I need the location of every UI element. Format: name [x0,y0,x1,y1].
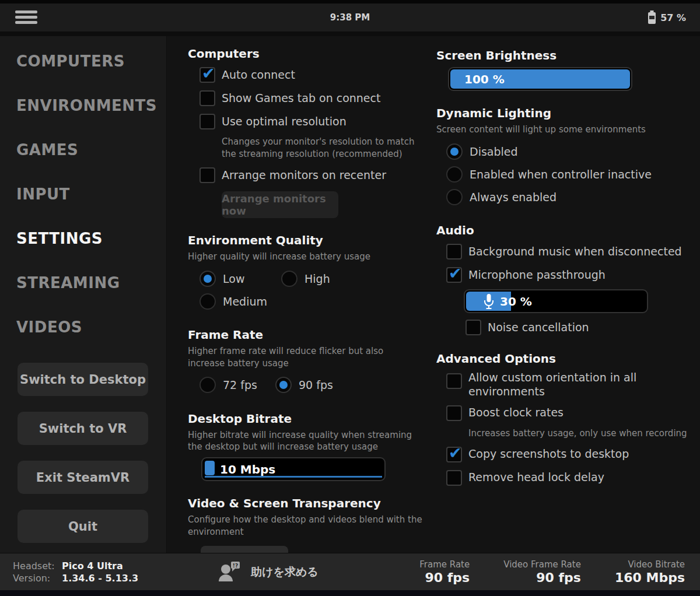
arrange-monitors-now-button[interactable]: Arrange monitors now [222,191,338,218]
checkmark-icon: ✔ [449,444,462,462]
fps-90-radio-row[interactable]: 90 fps [275,374,333,397]
custom-orientation-checkbox-row[interactable]: ✔ Allow custom orientation in all enviro… [446,371,700,399]
environment-quality-subtitle: Higher quality will increase battery usa… [188,251,424,262]
custom-orientation-label: Allow custom orientation in all environm… [468,371,643,399]
noise-cancellation-checkbox-row[interactable]: ✔ Noise cancellation [466,318,700,336]
remove-head-lock-label: Remove head lock delay [468,471,604,485]
main-layout: COMPUTERS ENVIRONMENTS GAMES INPUT SETTI… [0,36,700,553]
desktop-bitrate-slider[interactable]: 10 Mbps [201,457,386,481]
remove-head-lock-checkbox[interactable]: ✔ [446,470,462,486]
fps-90-radio[interactable] [275,377,292,393]
screen-brightness-slider[interactable]: 100 % [448,67,632,91]
frame-rate-stat: Frame Rate 90 fps [419,559,470,585]
frame-rate-title: Frame Rate [188,328,424,342]
sidebar-item-environments[interactable]: ENVIRONMENTS [16,97,166,114]
arrange-monitors-checkbox-row[interactable]: ✔ Arrange monitors on recenter [200,166,424,184]
quality-high-label: High [304,272,330,285]
custom-orientation-checkbox[interactable]: ✔ [446,373,462,389]
fps-72-label: 72 fps [223,378,257,391]
quality-low-label: Low [223,272,244,285]
fps-90-label: 90 fps [299,378,333,391]
lighting-always-radio[interactable] [446,189,463,205]
sidebar-item-games[interactable]: GAMES [16,141,166,159]
clock-time: 9:38 PM [0,12,700,23]
fps-72-radio[interactable] [200,377,216,393]
lighting-disabled-radio-row[interactable]: Disabled [446,140,518,163]
desktop-bitrate-subtitle: Higher bitrate will increase quality whe… [188,429,424,453]
background-music-checkbox-row[interactable]: ✔ Background music when disconnected [446,243,700,261]
remove-head-lock-checkbox-row[interactable]: ✔ Remove head lock delay [446,469,700,487]
transparency-subtitle: Configure how the desktop and videos ble… [188,514,424,538]
sidebar-item-settings[interactable]: SETTINGS [16,230,166,247]
switch-to-desktop-button[interactable]: Switch to Desktop [18,363,148,396]
screen-brightness-value: 100 % [464,72,505,86]
svg-text:!?: !? [233,562,238,568]
sidebar-item-input[interactable]: INPUT [16,185,166,203]
battery-percent: 57 % [660,12,686,23]
mic-passthrough-checkbox[interactable]: ✔ [446,267,462,283]
video-frame-rate-stat: Video Frame Rate 90 fps [503,559,581,585]
computers-section-title: Computers [188,47,424,61]
mic-volume-value: 30 % [500,295,532,308]
quality-high-radio[interactable] [281,271,298,287]
ask-for-help-button[interactable]: !? 助けを求める [217,560,318,584]
optimal-resolution-checkbox[interactable]: ✔ [200,114,215,129]
bitrate-slider-handle[interactable] [205,461,215,475]
switch-to-vr-button[interactable]: Switch to VR [18,412,148,445]
top-bar: 9:38 PM 57 % [0,0,700,36]
auto-connect-checkbox-row[interactable]: ✔ Auto connect [200,66,424,84]
lighting-controller-inactive-radio-row[interactable]: Enabled when controller inactive [446,163,652,185]
checkmark-icon: ✔ [202,64,215,82]
noise-cancellation-checkbox[interactable]: ✔ [466,320,481,335]
desktop-bitrate-title: Desktop Bitrate [188,412,424,426]
screen-brightness-title: Screen Brightness [436,48,700,62]
dynamic-lighting-subtitle: Screen content will light up some enviro… [436,124,681,135]
lighting-disabled-label: Disabled [470,145,518,158]
quit-button[interactable]: Quit [18,510,148,543]
auto-connect-checkbox[interactable]: ✔ [200,67,215,83]
frame-rate-subtitle: Higher frame rate will reduce flicker bu… [188,345,392,369]
fps-72-radio-row[interactable]: 72 fps [200,374,275,397]
version-label: Version: [13,573,62,584]
sidebar-item-computers[interactable]: COMPUTERS [16,52,166,70]
noise-cancellation-label: Noise cancellation [488,321,589,335]
boost-clock-checkbox[interactable]: ✔ [446,405,462,421]
show-games-label: Show Games tab on connect [222,92,380,106]
lighting-always-radio-row[interactable]: Always enabled [446,185,556,208]
copy-screenshots-checkbox[interactable]: ✔ [446,447,462,462]
transparency-title: Video & Screen Transparency [188,496,424,510]
settings-column-left: Computers ✔ Auto connect ✔ Show Games ta… [188,36,424,573]
version-value: 1.34.6 - 5.13.3 [62,573,138,584]
quality-medium-radio[interactable] [200,293,216,310]
auto-connect-label: Auto connect [222,68,295,82]
audio-title: Audio [436,223,700,237]
environment-quality-title: Environment Quality [188,233,424,247]
quality-medium-radio-row[interactable]: Medium [200,290,267,313]
boost-clock-checkbox-row[interactable]: ✔ Boost clock rates [446,404,700,422]
quality-low-radio-row[interactable]: Low [200,267,281,290]
lighting-disabled-radio[interactable] [446,143,463,160]
background-music-checkbox[interactable]: ✔ [446,244,462,260]
show-games-checkbox[interactable]: ✔ [200,90,215,106]
sidebar-item-videos[interactable]: VIDEOS [16,318,166,336]
lighting-controller-inactive-label: Enabled when controller inactive [470,168,652,181]
lighting-controller-inactive-radio[interactable] [446,166,463,183]
status-footer: Headset: Pico 4 Ultra Version: 1.34.6 - … [0,553,700,590]
dynamic-lighting-title: Dynamic Lighting [436,106,700,120]
exit-steamvr-button[interactable]: Exit SteamVR [18,461,148,494]
quality-low-radio[interactable] [200,271,216,287]
mic-passthrough-checkbox-row[interactable]: ✔ Microphone passthrough [446,266,700,284]
background-music-label: Background music when disconnected [468,245,682,259]
arrange-monitors-checkbox[interactable]: ✔ [200,167,215,183]
mic-volume-slider[interactable]: 30 % [464,289,648,313]
optimal-resolution-checkbox-row[interactable]: ✔ Use optimal resolution [200,113,424,131]
quality-high-radio-row[interactable]: High [281,267,330,290]
sidebar-item-streaming[interactable]: STREAMING [16,274,166,292]
copy-screenshots-checkbox-row[interactable]: ✔ Copy screenshots to desktop [446,446,700,464]
advanced-options-title: Advanced Options [436,352,700,366]
battery-status: 57 % [648,10,686,24]
boost-clock-note: Increases battery usage, only use when r… [468,427,700,440]
lighting-always-label: Always enabled [470,191,556,204]
footer-device-info: Headset: Pico 4 Ultra Version: 1.34.6 - … [13,559,138,585]
show-games-checkbox-row[interactable]: ✔ Show Games tab on connect [200,89,424,107]
